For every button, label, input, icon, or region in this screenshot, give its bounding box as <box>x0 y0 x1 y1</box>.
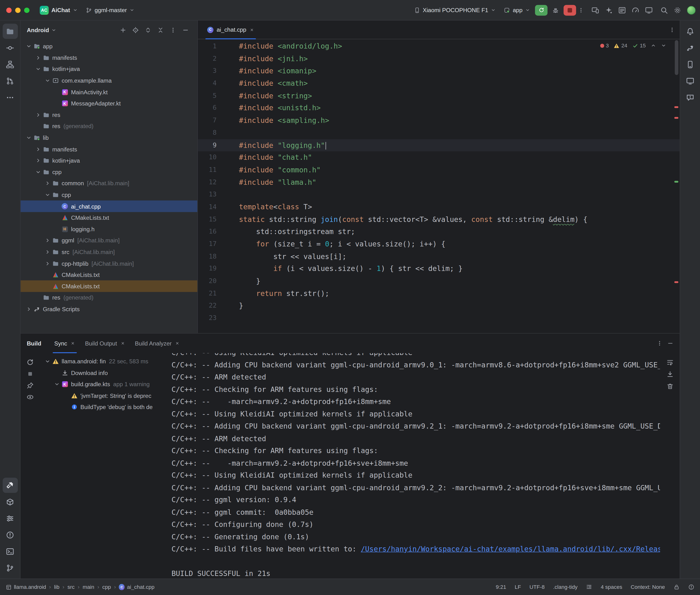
running-devices-icon[interactable] <box>645 6 653 14</box>
warning-count-badge[interactable]: 24 <box>614 42 627 49</box>
chevron-right-icon[interactable] <box>34 146 42 153</box>
tree-row[interactable]: res(generated) <box>21 292 197 303</box>
status-problems-icon[interactable] <box>688 584 694 590</box>
build-tab-sync[interactable]: Sync <box>49 334 80 353</box>
close-tab-icon[interactable] <box>120 341 125 346</box>
profiler-icon[interactable] <box>632 6 640 14</box>
tree-row[interactable]: Cai_chat.cpp <box>21 200 197 212</box>
tree-row[interactable]: manifests <box>21 144 197 155</box>
locate-file-button[interactable] <box>130 24 141 35</box>
build-tab-build-analyzer[interactable]: Build Analyzer <box>130 334 185 353</box>
editor-scrollbar-thumb[interactable] <box>675 40 678 75</box>
tree-row[interactable]: Gradle Scripts <box>21 303 197 315</box>
gradle-tool-button[interactable] <box>682 40 698 55</box>
chevron-right-icon[interactable] <box>34 157 42 164</box>
editor-options-button[interactable] <box>669 27 675 33</box>
chevron-right-icon[interactable] <box>44 237 52 244</box>
build-options-button[interactable] <box>656 340 663 346</box>
editor-tab[interactable]: C ai_chat.cpp <box>202 21 259 39</box>
chevron-right-icon[interactable] <box>44 180 52 187</box>
minimize-window-button[interactable] <box>15 7 21 13</box>
chevron-down-icon[interactable] <box>44 191 52 198</box>
chevron-down-icon[interactable] <box>53 381 61 388</box>
chevron-right-icon[interactable] <box>34 111 42 119</box>
stop-button[interactable] <box>563 5 576 16</box>
chevron-right-icon[interactable] <box>34 54 42 61</box>
pull-requests-tool-button[interactable] <box>2 73 18 89</box>
logcat-icon[interactable] <box>618 6 626 14</box>
build-tree[interactable]: llama.android: fin22 sec, 583 msDownload… <box>39 353 170 578</box>
device-selector[interactable]: Xiaomi POCOPHONE F1 <box>411 5 499 15</box>
error-count-badge[interactable]: 3 <box>600 42 609 49</box>
collapse-all-button[interactable] <box>155 24 166 35</box>
scroll-to-end-icon[interactable] <box>666 370 674 378</box>
hide-build-panel-button[interactable] <box>667 340 673 346</box>
tree-row[interactable]: CMakeLists.txt <box>21 212 197 223</box>
structure-tool-button[interactable] <box>2 57 18 72</box>
lock-icon[interactable] <box>674 584 680 590</box>
editor-body[interactable]: 1#include <android/log.h>2#include <jni.… <box>198 39 680 333</box>
dependencies-tool-button[interactable] <box>2 494 18 510</box>
tree-row[interactable]: manifests <box>21 52 197 63</box>
tree-row[interactable]: BuildType 'debug' is both de <box>39 401 170 413</box>
build-console[interactable]: C/C++: -- Using KleidiAI optimized kerne… <box>170 353 660 578</box>
tree-row[interactable]: res <box>21 109 197 121</box>
hide-panel-button[interactable] <box>180 24 191 35</box>
breadcrumb-item[interactable]: main <box>83 584 94 590</box>
tree-row[interactable]: CMakeLists.txt <box>21 281 197 292</box>
tree-row[interactable]: CMakeLists.txt <box>21 269 197 281</box>
indent-icon[interactable] <box>586 584 592 590</box>
panel-options-button[interactable] <box>167 24 179 35</box>
indent-widget[interactable]: 4 spaces <box>601 584 622 590</box>
settings-gear-icon[interactable] <box>674 6 682 14</box>
tree-row[interactable]: Hlogging.h <box>21 223 197 235</box>
commit-tool-button[interactable] <box>2 40 18 55</box>
resolve-context-widget[interactable]: Context: None <box>631 584 665 590</box>
tree-row[interactable]: lib <box>21 132 197 144</box>
expand-all-button[interactable] <box>142 24 153 35</box>
breadcrumb-item[interactable]: lib <box>54 584 60 590</box>
chevron-down-icon[interactable] <box>44 358 52 365</box>
code-area[interactable]: 1#include <android/log.h>2#include <jni.… <box>198 39 680 333</box>
tree-row[interactable]: Download info <box>39 367 170 378</box>
filter-eye-icon[interactable] <box>26 393 34 401</box>
build-tab-build-output[interactable]: Build Output <box>80 334 130 353</box>
rerun-sync-icon[interactable] <box>26 359 34 366</box>
problems-tool-button[interactable] <box>2 527 18 542</box>
tree-row[interactable]: KMessageAdapter.kt <box>21 98 197 109</box>
chevron-down-icon[interactable] <box>34 168 42 175</box>
chevron-right-icon[interactable] <box>44 260 52 267</box>
project-tree[interactable]: appmanifestskotlin+javacom.example.llama… <box>21 39 197 333</box>
version-control-tool-button[interactable] <box>2 560 18 575</box>
more-actions-button[interactable] <box>578 7 584 13</box>
terminal-tool-button[interactable] <box>2 544 18 559</box>
chevron-right-icon[interactable] <box>44 248 52 255</box>
close-tab-icon[interactable] <box>71 341 75 346</box>
encoding-widget[interactable]: UTF-8 <box>529 584 545 590</box>
close-tab-icon[interactable] <box>249 27 254 32</box>
tree-row[interactable]: app <box>21 41 197 52</box>
add-button[interactable] <box>117 24 129 35</box>
error-stripe[interactable] <box>673 39 680 333</box>
rerun-button[interactable] <box>535 5 548 16</box>
close-tab-icon[interactable] <box>175 341 180 346</box>
notifications-tool-button[interactable] <box>682 24 698 39</box>
pin-icon[interactable] <box>26 382 34 389</box>
profile-avatar[interactable] <box>687 5 696 15</box>
breadcrumb-item[interactable]: src <box>67 584 75 590</box>
project-tool-button[interactable] <box>2 24 18 39</box>
tree-row[interactable]: res(generated) <box>21 121 197 132</box>
device-mirroring-icon[interactable] <box>591 6 599 14</box>
branch-widget[interactable]: ggml-master <box>83 5 138 15</box>
soft-wrap-icon[interactable] <box>666 359 674 366</box>
clear-all-icon[interactable] <box>666 382 674 390</box>
build-variants-tool-button[interactable] <box>2 511 18 526</box>
tree-row[interactable]: common[AiChat.lib.main] <box>21 178 197 189</box>
breadcrumb-item[interactable]: llama.android <box>6 584 46 590</box>
device-manager-tool-button[interactable] <box>682 57 698 72</box>
build-tool-button[interactable] <box>2 478 18 493</box>
debug-button[interactable] <box>549 5 562 16</box>
next-issue-button[interactable] <box>661 43 666 48</box>
breadcrumb-item[interactable]: Cai_chat.cpp <box>119 584 155 590</box>
tree-row[interactable]: KMainActivity.kt <box>21 86 197 98</box>
